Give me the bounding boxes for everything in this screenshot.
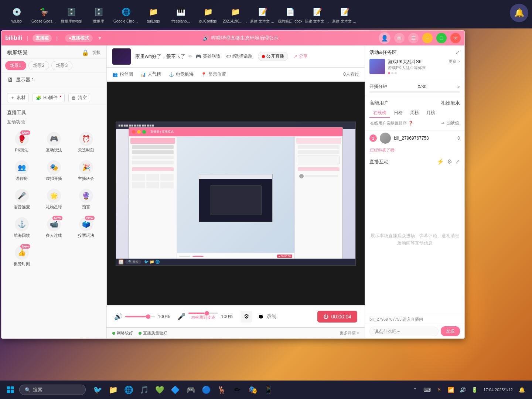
tool-item-投票玩法[interactable]: 🗳️ New 投票玩法 bbox=[72, 215, 101, 241]
menu-icon[interactable]: ☰ bbox=[408, 33, 419, 43]
gift-flow-button[interactable]: 礼物流水 bbox=[441, 100, 460, 106]
rank-tab-online[interactable]: 在线榜 bbox=[369, 109, 390, 118]
battery-icon[interactable]: 🔋 bbox=[470, 385, 479, 394]
taskbar-icon-20214190..[interactable]: 📁 20214190... 罗康计算机... bbox=[222, 3, 248, 25]
mic-icon[interactable]: 🎤 bbox=[177, 313, 185, 321]
tool-item-航海回馈[interactable]: ⚓ 航海回馈 bbox=[7, 215, 36, 241]
volume-icon[interactable]: 🔊 bbox=[114, 313, 122, 321]
notification-bell[interactable]: 🔔 bbox=[510, 4, 528, 22]
more-details-link[interactable]: 更多详情 > bbox=[340, 330, 359, 336]
tool-item-语聊房[interactable]: 👥 语聊房 bbox=[7, 158, 36, 184]
mail-icon[interactable]: ✉ bbox=[394, 33, 405, 43]
fans-stat[interactable]: 👥 粉丝团 bbox=[112, 71, 133, 78]
taskbar-icon-数据库[interactable]: 🗄️ 数据库 bbox=[86, 3, 112, 25]
phone-icon[interactable]: 📱 bbox=[261, 382, 276, 397]
esport-nav[interactable]: ⚓ 电竞航海 bbox=[168, 71, 194, 78]
mic-slider[interactable] bbox=[188, 313, 218, 314]
record-icon[interactable]: ⏺ bbox=[258, 313, 264, 320]
progress-row: 开播分钟 0/30 > bbox=[369, 83, 460, 90]
minimize-button[interactable]: − bbox=[422, 33, 433, 43]
taskbar-icon-guiConfigs[interactable]: 📁 guiConfigs bbox=[195, 3, 221, 25]
game-icon[interactable]: 🎮 bbox=[183, 382, 198, 397]
tool-item-语音连麦[interactable]: 🎤 语音连麦 bbox=[7, 187, 36, 212]
tool-item-礼物星球[interactable]: 🌟 礼物星球 bbox=[39, 187, 68, 212]
interaction-gear-icon[interactable]: ⚙ bbox=[447, 158, 452, 165]
volume-sys-icon[interactable]: 🔊 bbox=[458, 385, 467, 394]
mask-icon[interactable]: 🎭 bbox=[245, 382, 260, 397]
taskbar-icon-GooseGoose[interactable]: 🦆 Goose Goose Duck bbox=[31, 3, 57, 25]
rank-help-icon[interactable]: ❓ bbox=[408, 121, 413, 126]
taskbar-icon-guiLogs[interactable]: 📁 guiLogs bbox=[140, 3, 166, 25]
tool-item-多人连线[interactable]: 📹 New 多人连线 bbox=[39, 215, 68, 241]
mode-dropdown[interactable]: ▼ bbox=[97, 35, 102, 41]
live-mode[interactable]: ●直播模式 bbox=[65, 34, 93, 42]
tool-item-互动玩法[interactable]: 🎮 互动玩法 bbox=[39, 130, 68, 155]
send-button[interactable]: 发送 bbox=[441, 326, 460, 336]
search-bar[interactable]: 🔍 搜索 bbox=[19, 385, 86, 395]
system-clock[interactable]: 17:04 2025/1/12 bbox=[482, 387, 514, 392]
switch-button[interactable]: 切换 bbox=[92, 50, 101, 56]
taskbar-icon-新建文本文档.txt[interactable]: 📝 新建 文本文 档.txt bbox=[332, 3, 358, 25]
taskbar-icon-新建文本文档(4).[interactable]: 📝 新建 文本文 档 (4).txt bbox=[304, 3, 330, 25]
tool-item-预言[interactable]: 🔮 预言 bbox=[72, 187, 101, 212]
tool-item-虚拟开播[interactable]: 🎭 虚拟开播 bbox=[39, 158, 68, 184]
chat-input[interactable] bbox=[369, 327, 439, 336]
qq-icon[interactable]: 🔵 bbox=[199, 382, 214, 397]
taskbar-icon-数据库mysql[interactable]: 🗄️ 数据库mysql bbox=[58, 3, 84, 25]
start-button[interactable] bbox=[3, 382, 18, 397]
stream-header: 家里wifi好了，很不卡了 ✏ 🎮 英雄联盟 🏷 #选择话题 bbox=[107, 45, 365, 68]
audio-settings-button[interactable]: ⚙ bbox=[241, 311, 252, 323]
edit-icon[interactable]: ✏ bbox=[188, 54, 192, 59]
scene-tab-2[interactable]: 场景2 bbox=[28, 61, 50, 70]
interaction-settings-icon[interactable]: ⚡ bbox=[437, 158, 444, 165]
activity-more-link[interactable]: 更多 > bbox=[449, 59, 460, 74]
tool-item-PK玩法[interactable]: 🥊 New PK玩法 bbox=[7, 130, 36, 155]
notification-action-center[interactable]: 🔔 bbox=[517, 385, 526, 394]
taskbar-icon-GoogleChro[interactable]: 🌐 Google Chrome bbox=[113, 3, 139, 25]
tool-item-天选时刻[interactable]: ⏰ 天选时刻 bbox=[72, 130, 101, 155]
volume-slider[interactable] bbox=[125, 316, 155, 317]
popularity-stat[interactable]: 📊 人气榜 bbox=[140, 71, 161, 78]
taskbar-icon-我的简历.docx[interactable]: 📄 我的简历. docx bbox=[277, 3, 303, 25]
broadcast-arrow[interactable]: > bbox=[457, 84, 460, 90]
taskbar-icon-freepiano.[interactable]: 🎹 freepiano... bbox=[168, 3, 194, 25]
rank-tab-monthly[interactable]: 月榜 bbox=[423, 109, 439, 118]
maximize-button[interactable]: □ bbox=[436, 33, 447, 43]
rank-tab-daily[interactable]: 日榜 bbox=[390, 109, 406, 118]
clear-button[interactable]: 🗑 清空 bbox=[68, 93, 90, 102]
rank-arrow-left[interactable]: ⇒ bbox=[441, 121, 444, 126]
avatar-icon[interactable]: 👤 bbox=[379, 32, 391, 44]
visibility-button[interactable]: 公开直播 bbox=[258, 52, 288, 61]
twitter-icon[interactable]: 🐦 bbox=[90, 382, 105, 397]
taskbar-icon-新建文本文档(3).[interactable]: 📝 新建 文本文 档 (3).txt bbox=[250, 3, 276, 25]
close-button[interactable]: × bbox=[450, 33, 461, 43]
go-live-button[interactable]: ⏻ 00:00:04 bbox=[317, 311, 358, 323]
keyboard-icon[interactable]: ⌨ bbox=[423, 385, 432, 394]
browser-icon[interactable]: 🌐 bbox=[121, 382, 136, 397]
ime-icon[interactable]: S bbox=[434, 385, 443, 394]
deer-icon[interactable]: 🦌 bbox=[214, 382, 229, 397]
scene-tab-3[interactable]: 场景3 bbox=[51, 61, 72, 70]
scene-tab-1[interactable]: 场景1 bbox=[5, 61, 26, 70]
files-icon[interactable]: 📁 bbox=[106, 382, 120, 397]
pen-icon[interactable]: ✏ bbox=[230, 382, 245, 397]
tool-icon: 🎤 bbox=[15, 189, 29, 203]
material-button[interactable]: ＋ 素材 bbox=[7, 93, 29, 102]
expand-tray-icon[interactable]: ⌃ bbox=[411, 385, 420, 394]
rank-tab-weekly[interactable]: 周榜 bbox=[406, 109, 423, 118]
activity-expand-icon[interactable]: ⤢ bbox=[456, 50, 460, 55]
position-stat[interactable]: 📍 显示位置 bbox=[201, 71, 226, 78]
game-tag[interactable]: 🎮 英雄联盟 bbox=[195, 53, 221, 59]
h5-plugin-button[interactable]: 🧩 H5插件 bbox=[33, 93, 65, 102]
tool-item-主播庆会[interactable]: 🎉 主播庆会 bbox=[72, 158, 101, 184]
tool-item-集赞时刻[interactable]: 👍 New 集赞时刻 bbox=[7, 243, 36, 269]
baidu-icon[interactable]: 🔷 bbox=[168, 382, 183, 397]
network-icon[interactable]: 📶 bbox=[446, 385, 455, 394]
interaction-expand-icon[interactable]: ⤢ bbox=[455, 158, 460, 165]
music-icon[interactable]: 🎵 bbox=[137, 382, 151, 397]
share-button[interactable]: ↗ 分享 bbox=[294, 53, 308, 59]
wechat-icon[interactable]: 💚 bbox=[152, 382, 167, 397]
activity-card[interactable]: 游戏PK大乱斗S6 游戏PK大乱斗等你来 更多 > bbox=[369, 59, 460, 74]
topic-tag[interactable]: 🏷 #选择话题 bbox=[226, 53, 253, 59]
taskbar-icon-ws.iso[interactable]: 💿 ws.iso bbox=[4, 3, 30, 25]
